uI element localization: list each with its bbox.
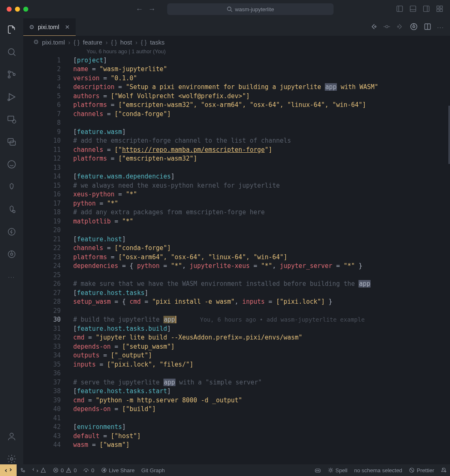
line-content: default = ["host"] <box>73 431 450 441</box>
remote-button[interactable] <box>0 464 17 476</box>
gitgraph-status[interactable]: Git Graph <box>138 467 168 474</box>
breadcrumb-item[interactable]: feature <box>83 39 102 46</box>
code-line[interactable]: 28setup_wasm = { cmd = "pixi install -e … <box>23 298 450 307</box>
sync-status[interactable] <box>17 467 29 473</box>
code-line[interactable]: 7channels = ["conda-forge"] <box>23 109 450 119</box>
spell-status[interactable]: Spell <box>324 467 351 474</box>
run-debug-icon[interactable] <box>6 92 17 102</box>
code-line[interactable]: 3version = "0.1.0" <box>23 74 450 83</box>
code-line[interactable]: 34outputs = ["_output"] <box>23 351 450 360</box>
code-line[interactable]: 32cmd = "jupyter lite build --XeusAddon.… <box>23 333 450 342</box>
copilot-status[interactable] <box>311 467 324 474</box>
code-line[interactable]: 27[feature.host.tasks] <box>23 288 450 298</box>
code-line[interactable]: 11channels = ["https://repo.mamba.pm/ems… <box>23 145 450 154</box>
code-line[interactable]: 40depends-on = ["build"] <box>23 405 450 414</box>
git-prev-change-icon[interactable] <box>370 23 377 32</box>
code-line[interactable]: 24dependencies = { python = "*", jupyter… <box>23 262 450 271</box>
code-line[interactable]: 29 <box>23 306 450 315</box>
code-line[interactable]: 43default = ["host"] <box>23 431 450 441</box>
accounts-icon[interactable] <box>6 431 17 442</box>
liveshare-status[interactable]: Live Share <box>98 467 138 474</box>
code-line[interactable]: 41 <box>23 414 450 423</box>
settings-gear-icon[interactable] <box>6 454 17 464</box>
code-line[interactable]: 5authors = ["Wolf Vollprecht <wolf@prefi… <box>23 92 450 101</box>
split-editor-icon[interactable] <box>424 23 431 32</box>
remote-explorer-icon[interactable] <box>6 114 17 125</box>
code-line[interactable]: 8 <box>23 119 450 128</box>
ports-status[interactable]: 0 <box>80 467 97 474</box>
pixi-icon[interactable] <box>6 181 17 192</box>
code-line[interactable]: 35inputs = ["pixi.lock", "files/"] <box>23 360 450 369</box>
code-line[interactable]: 26# make sure that we have the WASM envi… <box>23 280 450 289</box>
code-line[interactable]: 17python = "*" <box>23 199 450 208</box>
code-line[interactable]: 19matplotlib = "*" <box>23 217 450 226</box>
code-line[interactable]: 2name = "wasm-jupyterlite" <box>23 65 450 74</box>
gitlens-icon[interactable] <box>6 249 17 260</box>
code-line[interactable]: 20 <box>23 226 450 235</box>
pixi-tasks-icon[interactable] <box>6 204 17 215</box>
gitlens-toggle-icon[interactable] <box>410 22 418 32</box>
prettier-status[interactable]: Prettier <box>405 467 438 474</box>
git-compare-status[interactable] <box>29 467 49 473</box>
code-line[interactable]: 21[feature.host] <box>23 235 450 244</box>
notifications-status[interactable] <box>438 467 450 473</box>
breadcrumb[interactable]: ⚙ pixi.toml › { } feature › { } host › {… <box>23 36 450 48</box>
code-line[interactable]: 39cmd = "python -m http.server 8000 -d _… <box>23 396 450 405</box>
code-line[interactable]: 23platforms = ["osx-arm64", "osx-64", "l… <box>23 253 450 262</box>
close-window-button[interactable] <box>7 7 12 12</box>
line-content: cmd = "jupyter lite build --XeusAddon.pr… <box>73 333 450 342</box>
breadcrumb-item[interactable]: tasks <box>150 39 165 46</box>
search-activity-icon[interactable] <box>6 47 17 57</box>
tab-pixi-toml[interactable]: ⚙ pixi.toml ✕ <box>23 18 76 36</box>
source-control-icon[interactable] <box>6 69 17 80</box>
code-line[interactable]: 22channels = ["conda-forge"] <box>23 244 450 253</box>
command-center-search[interactable]: wasm-jupyterlite <box>167 3 334 15</box>
code-line[interactable]: 15# we always need the xeus-python kerne… <box>23 181 450 190</box>
code-line[interactable]: 9[feature.wasm] <box>23 127 450 136</box>
git-commit-icon[interactable] <box>383 23 391 32</box>
code-line[interactable]: 36 <box>23 369 450 378</box>
chat-icon[interactable] <box>6 136 17 147</box>
code-line[interactable]: 10# add the emscripten-forge channel to … <box>23 136 450 146</box>
code-line[interactable]: 31[feature.host.tasks.build] <box>23 324 450 333</box>
tab-close-button[interactable]: ✕ <box>65 24 70 30</box>
toggle-secondary-sidebar-icon[interactable] <box>423 5 430 14</box>
minimize-window-button[interactable] <box>15 7 20 12</box>
customize-layout-icon[interactable] <box>436 5 443 14</box>
minimap[interactable] <box>448 106 450 164</box>
schema-status[interactable]: no schema selected <box>351 467 405 474</box>
code-line[interactable]: 42[environments] <box>23 423 450 432</box>
code-line[interactable]: 38[feature.host.tasks.start] <box>23 387 450 396</box>
line-content: [project] <box>73 56 450 65</box>
code-line[interactable]: 44wasm = ["wasm"] <box>23 441 450 450</box>
code-line[interactable]: 4description = "Setup a pixi environment… <box>23 83 450 92</box>
line-content: # add the emscripten-forge channel to th… <box>73 136 450 145</box>
thunder-icon[interactable] <box>6 226 17 237</box>
problems-status[interactable]: 0 0 <box>49 467 80 474</box>
breadcrumb-item[interactable]: host <box>120 39 132 46</box>
more-icon[interactable]: ··· <box>6 271 17 282</box>
svg-point-51 <box>318 470 319 471</box>
code-line[interactable]: 18# add any extra packages from emscript… <box>23 208 450 217</box>
toggle-primary-sidebar-icon[interactable] <box>396 5 403 14</box>
code-line[interactable]: 12platforms = ["emscripten-wasm32"] <box>23 154 450 164</box>
code-line[interactable]: 30# build the jupyterlite app You, 6 hou… <box>23 315 450 325</box>
code-line[interactable]: 14[feature.wasm.dependencies] <box>23 172 450 181</box>
code-line[interactable]: 1[project] <box>23 56 450 65</box>
code-line[interactable]: 25 <box>23 270 450 280</box>
git-next-change-icon[interactable] <box>396 23 404 32</box>
code-line[interactable]: 13 <box>23 163 450 172</box>
breadcrumb-item[interactable]: pixi.toml <box>42 39 65 46</box>
more-actions-icon[interactable]: ··· <box>437 24 444 30</box>
nav-back-button[interactable]: ← <box>136 5 143 14</box>
code-editor[interactable]: 1[project]2name = "wasm-jupyterlite"3ver… <box>23 56 450 464</box>
explorer-icon[interactable] <box>6 24 17 35</box>
nav-forward-button[interactable]: → <box>148 5 156 14</box>
code-line[interactable]: 16xeus-python = "*" <box>23 190 450 199</box>
code-line[interactable]: 37# serve the jupyterlite app with a "si… <box>23 378 450 387</box>
code-line[interactable]: 6platforms = ["emscripten-wasm32", "osx-… <box>23 101 450 110</box>
toggle-panel-icon[interactable] <box>409 5 417 14</box>
extension-icon-1[interactable] <box>6 159 17 170</box>
code-line[interactable]: 33depends-on = ["setup_wasm"] <box>23 342 450 351</box>
maximize-window-button[interactable] <box>23 7 28 12</box>
